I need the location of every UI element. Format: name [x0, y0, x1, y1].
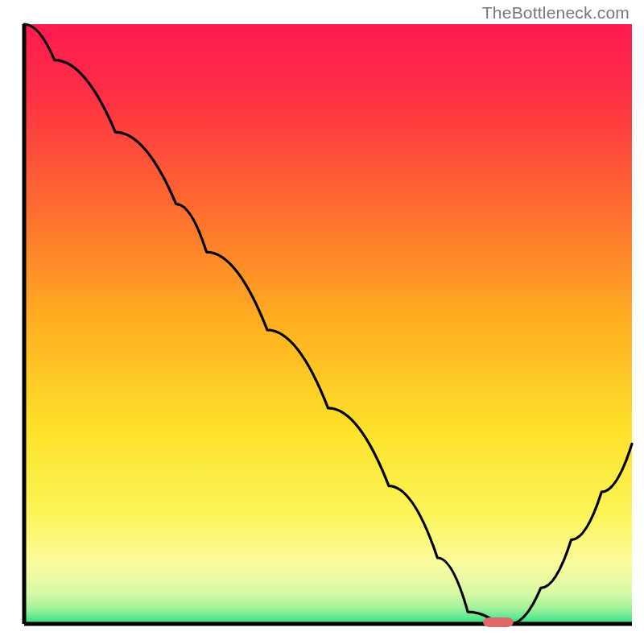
- bottleneck-chart: [0, 0, 644, 644]
- attribution-text: TheBottleneck.com: [482, 3, 630, 23]
- optimal-marker: [483, 617, 514, 627]
- chart-container: TheBottleneck.com: [0, 0, 644, 644]
- plot-background: [24, 24, 632, 624]
